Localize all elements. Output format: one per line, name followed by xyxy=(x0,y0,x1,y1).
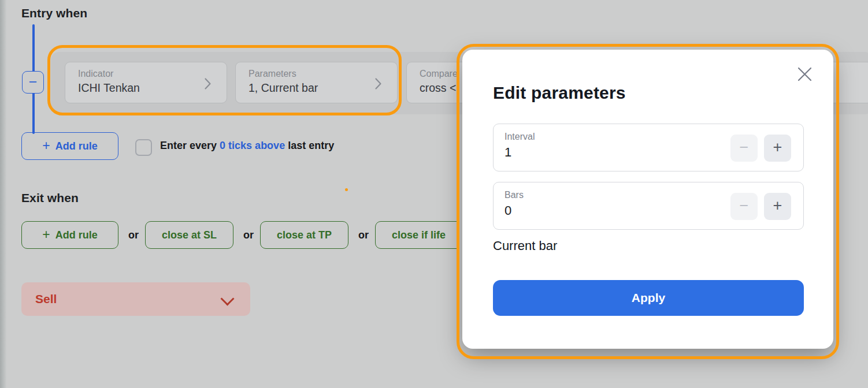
interval-increment-button[interactable]: + xyxy=(764,135,791,162)
plus-icon: + xyxy=(42,138,50,154)
indicator-card-value: ICHI Tenkan xyxy=(78,81,215,95)
direction-value: Sell xyxy=(35,292,57,306)
enter-every-prefix: Enter every xyxy=(160,140,217,151)
exit-section-title: Exit when xyxy=(21,191,79,205)
exit-rules-row: + Add rule or close at SL or close at TP… xyxy=(21,221,459,249)
plus-icon: + xyxy=(42,227,50,242)
bars-stepper: − + xyxy=(730,193,791,220)
minus-icon: − xyxy=(740,197,749,215)
bars-increment-button[interactable]: + xyxy=(764,193,791,220)
chevron-right-icon xyxy=(204,77,212,92)
interval-stepper: − + xyxy=(730,135,791,162)
interval-field[interactable]: Interval 1 − + xyxy=(493,124,804,171)
apply-button[interactable]: Apply xyxy=(493,280,804,316)
exit-add-rule-label: Add rule xyxy=(55,229,98,241)
indicator-card[interactable]: Indicator ICHI Tenkan xyxy=(65,62,227,103)
close-if-life-button[interactable]: close if life xyxy=(375,221,459,249)
exit-add-rule-button[interactable]: + Add rule xyxy=(21,221,118,249)
or-label: or xyxy=(358,229,369,241)
enter-every-checkbox[interactable] xyxy=(135,139,152,156)
plus-icon: + xyxy=(773,139,782,156)
edit-parameters-modal: Edit parameters Interval 1 − + Bars 0 − xyxy=(462,50,833,349)
parameters-card-label: Parameters xyxy=(248,69,385,79)
modal-title: Edit parameters xyxy=(493,83,626,103)
ticks-above-link[interactable]: 0 ticks above xyxy=(220,140,285,151)
panel-edge xyxy=(0,0,6,388)
plus-icon: + xyxy=(773,197,782,215)
parameters-card-value: 1, Current bar xyxy=(248,81,385,95)
or-label: or xyxy=(128,229,139,241)
modal-close-button[interactable] xyxy=(795,65,814,85)
bars-field[interactable]: Bars 0 − + xyxy=(493,182,804,230)
indicator-card-label: Indicator xyxy=(78,69,215,79)
chevron-right-icon xyxy=(374,77,382,92)
or-label: or xyxy=(243,229,254,241)
minus-icon: − xyxy=(29,73,38,90)
parameters-card[interactable]: Parameters 1, Current bar xyxy=(235,62,398,103)
close-at-tp-button[interactable]: close at TP xyxy=(260,221,348,249)
entry-add-rule-label: Add rule xyxy=(55,140,98,152)
entry-add-rule-button[interactable]: + Add rule xyxy=(21,132,118,160)
current-bar-note: Current bar xyxy=(493,238,557,253)
strategy-builder-screen: Entry when − Indicator ICHI Tenkan Param… xyxy=(0,0,868,388)
chevron-down-icon xyxy=(221,293,234,305)
enter-every-suffix: last entry xyxy=(288,140,334,151)
remove-condition-group-button[interactable]: − xyxy=(22,71,44,94)
direction-dropdown[interactable]: Sell xyxy=(21,282,250,316)
entry-section-title: Entry when xyxy=(21,6,87,20)
close-icon xyxy=(797,66,813,84)
close-at-sl-button[interactable]: close at SL xyxy=(145,221,233,249)
bars-decrement-button[interactable]: − xyxy=(730,193,758,220)
orange-dot xyxy=(345,188,348,191)
interval-decrement-button[interactable]: − xyxy=(730,135,758,162)
enter-every-text: Enter every 0 ticks above last entry xyxy=(160,140,334,152)
minus-icon: − xyxy=(740,139,749,156)
